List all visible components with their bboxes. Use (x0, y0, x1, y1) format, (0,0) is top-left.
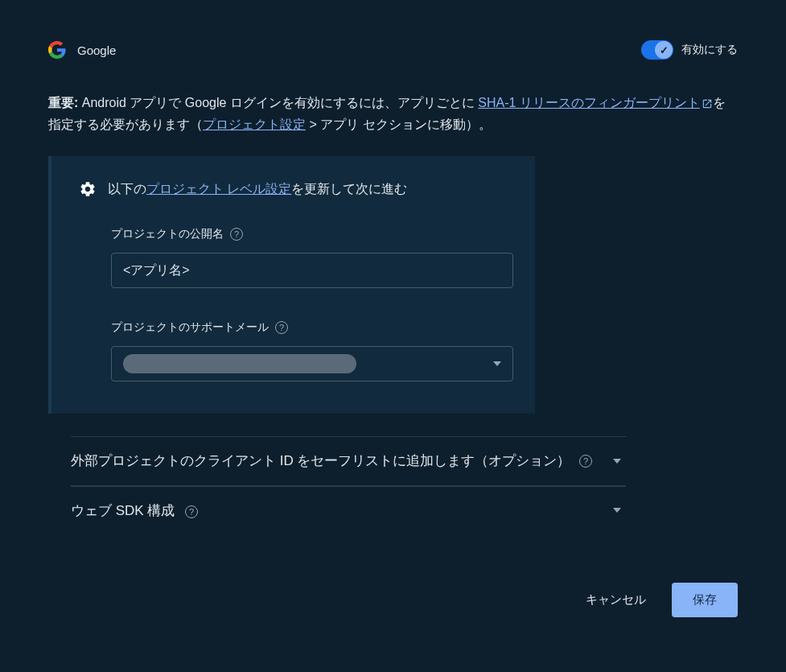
accordion-controls: ? (579, 454, 626, 468)
enable-toggle[interactable]: ✓ (641, 40, 673, 60)
chevron-down-icon (493, 361, 501, 366)
websdk-title: ウェブ SDK 構成 ? (71, 500, 198, 522)
support-email-group: プロジェクトのサポートメール ? (111, 320, 508, 381)
provider-name: Google (77, 43, 116, 57)
card-header: 以下のプロジェクト レベル設定を更新して次に進む (79, 180, 508, 198)
support-email-label: プロジェクトのサポートメール ? (111, 320, 508, 335)
project-settings-card: 以下のプロジェクト レベル設定を更新して次に進む プロジェクトの公開名 ? プロ… (48, 156, 535, 414)
help-icon[interactable]: ? (230, 228, 243, 241)
check-icon: ✓ (660, 44, 669, 56)
google-logo-icon (48, 41, 66, 59)
card-header-text: 以下のプロジェクト レベル設定を更新して次に進む (108, 181, 407, 198)
help-icon[interactable]: ? (275, 321, 288, 334)
dialog-actions: キャンセル 保存 (48, 583, 738, 617)
chevron-down-icon (613, 459, 621, 464)
public-name-label: プロジェクトの公開名 ? (111, 227, 508, 241)
save-button[interactable]: 保存 (672, 583, 738, 617)
cancel-button[interactable]: キャンセル (582, 584, 649, 616)
safelist-title: 外部プロジェクトのクライアント ID をセーフリストに追加します（オプション） (71, 450, 570, 472)
chevron-down-icon (613, 508, 621, 513)
help-icon[interactable]: ? (185, 505, 198, 518)
provider-identity: Google (48, 41, 116, 59)
support-email-select[interactable] (111, 346, 513, 381)
project-settings-link[interactable]: プロジェクト設定 (203, 117, 306, 131)
enable-toggle-label: 有効にする (681, 43, 738, 57)
info-prefix: 重要: (48, 96, 78, 109)
gear-icon (79, 180, 97, 198)
safelist-accordion[interactable]: 外部プロジェクトのクライアント ID をセーフリストに追加します（オプション） … (71, 436, 626, 485)
toggle-knob: ✓ (655, 41, 673, 59)
enable-toggle-wrap: ✓ 有効にする (641, 40, 738, 60)
public-name-group: プロジェクトの公開名 ? (111, 227, 508, 288)
dialog-header: Google ✓ 有効にする (48, 40, 738, 60)
expand-button[interactable] (608, 503, 626, 517)
sha1-fingerprint-link[interactable]: SHA-1 リリースのフィンガープリント (478, 96, 713, 109)
accordion-controls (608, 503, 626, 517)
public-name-input[interactable] (111, 253, 513, 288)
help-icon[interactable]: ? (579, 455, 592, 468)
external-link-icon (702, 98, 713, 109)
select-value-placeholder (123, 354, 356, 373)
info-text-1: Android アプリで Google ログインを有効にするには、アプリごとに (78, 96, 478, 109)
info-text-3: > アプリ セクションに移動）。 (306, 117, 492, 131)
project-level-settings-link[interactable]: プロジェクト レベル設定 (146, 182, 291, 196)
expand-button[interactable] (608, 454, 626, 468)
info-paragraph: 重要: Android アプリで Google ログインを有効にするには、アプリ… (48, 92, 738, 135)
websdk-accordion[interactable]: ウェブ SDK 構成 ? (71, 486, 626, 534)
